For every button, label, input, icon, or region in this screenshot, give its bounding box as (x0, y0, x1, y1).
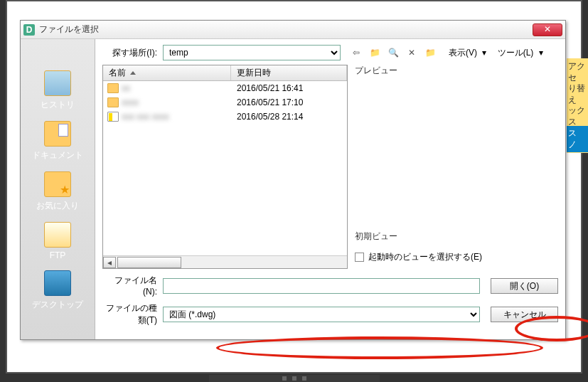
select-view-label: 起動時のビューを選択する(E) (368, 251, 482, 263)
filetype-select[interactable]: 図面 (*.dwg) (163, 307, 480, 322)
look-in-select[interactable]: temp (163, 45, 341, 60)
col-date[interactable]: 更新日時 (231, 65, 347, 80)
dwg-file-icon (107, 112, 119, 122)
view-menu[interactable]: 表示(V) ▾ (446, 48, 486, 58)
preview-label: プレビュー (352, 65, 558, 77)
side-ribbon: アクセり替えックス善する ス ノ (567, 58, 588, 153)
initial-view-label: 初期ビュー (352, 230, 558, 243)
delete-icon[interactable]: ✕ (405, 46, 419, 60)
file-row[interactable]: xxx xxx xxxx2016/05/28 21:14 (103, 110, 347, 124)
look-in-label: 探す場所(I): (102, 47, 163, 59)
dialog-title: ファイルを選択 (39, 23, 533, 36)
file-row[interactable]: xxxx2016/05/21 17:10 (103, 95, 347, 110)
sidebar-documents[interactable]: ドキュメント (26, 118, 90, 164)
app-icon: D (23, 24, 35, 36)
col-name[interactable]: 名前 (103, 65, 231, 80)
sidebar-favorites[interactable]: お気に入り (26, 169, 90, 215)
sidebar-history[interactable]: ヒストリ (26, 68, 90, 114)
preview-area (352, 80, 558, 223)
filename-label: ファイル名(N): (102, 275, 163, 297)
select-view-checkbox[interactable] (355, 253, 364, 262)
file-select-dialog: D ファイルを選択 ✕ ヒストリ ドキュメント お気に入り FTP デスクトップ… (20, 20, 566, 340)
folder-icon (107, 97, 119, 107)
folder-icon (107, 83, 119, 93)
sidebar-desktop[interactable]: デスクトップ (26, 267, 90, 314)
tools-menu[interactable]: ツール(L) ▾ (495, 48, 543, 58)
up-folder-icon[interactable]: 📁 (368, 46, 382, 60)
file-row[interactable]: xx2016/05/21 16:41 (103, 81, 347, 95)
new-folder-icon[interactable]: 📁 (423, 46, 437, 60)
search-web-icon[interactable]: 🔍 (386, 46, 400, 60)
filetype-label: ファイルの種類(T) (102, 302, 163, 327)
filename-input[interactable] (163, 278, 480, 294)
back-icon[interactable]: ⇦ (349, 46, 363, 60)
places-sidebar: ヒストリ ドキュメント お気に入り FTP デスクトップ (21, 39, 95, 339)
cancel-button[interactable]: キャンセル (491, 307, 558, 322)
open-button[interactable]: 開く(O) (491, 278, 558, 294)
file-list[interactable]: 名前 更新日時 xx2016/05/21 16:41 xxxx2016/05/2… (102, 65, 348, 269)
sidebar-ftp[interactable]: FTP (26, 219, 90, 263)
horizontal-scrollbar[interactable]: ◂ (103, 255, 347, 268)
close-button[interactable]: ✕ (533, 23, 562, 36)
